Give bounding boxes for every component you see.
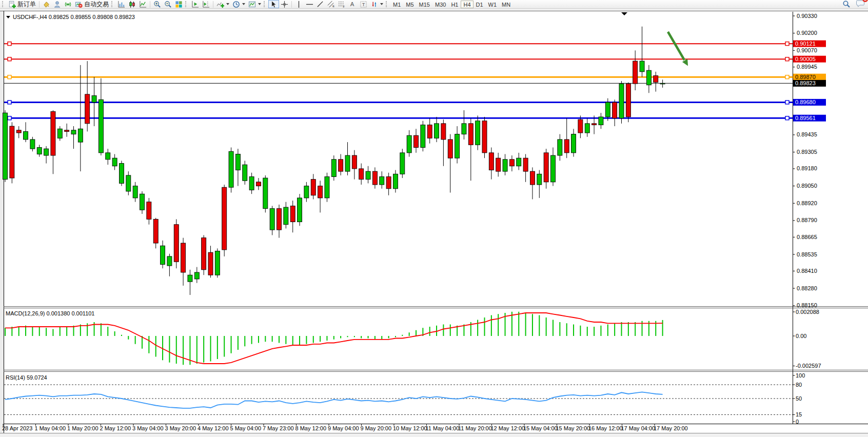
macd-indicator-label: MACD(12,26,9) 0.001380 0.001101 xyxy=(6,310,94,316)
periods-caret xyxy=(242,3,245,5)
toolbar-separator xyxy=(291,1,292,8)
chart-symbol-period: USDCHF-,H4 xyxy=(13,14,47,20)
trendline-icon xyxy=(317,1,324,8)
fibonacci-button[interactable]: F xyxy=(337,0,347,8)
svg-text:0.89870: 0.89870 xyxy=(795,74,816,80)
zoom-out-icon xyxy=(164,1,172,8)
toolbar-separator xyxy=(39,1,40,8)
auto-trading-label: 自动交易 xyxy=(84,0,109,9)
zoom-out-button[interactable] xyxy=(163,0,173,8)
svg-text:100: 100 xyxy=(796,372,805,379)
timeframe-button-D1[interactable]: D1 xyxy=(474,1,486,8)
chart-canvas[interactable]: 0.903300.902000.900700.899450.894350.893… xyxy=(0,11,868,437)
svg-text:0.00: 0.00 xyxy=(796,333,806,339)
timeframe-button-M30[interactable]: M30 xyxy=(432,1,448,8)
svg-text:0.90330: 0.90330 xyxy=(797,13,817,19)
svg-text:4 May 12:00: 4 May 12:00 xyxy=(198,425,229,431)
indicators-button[interactable] xyxy=(215,0,231,8)
chart-candles-button[interactable] xyxy=(127,0,137,8)
svg-text:0.002088: 0.002088 xyxy=(796,309,819,315)
svg-text:5 May 04:00: 5 May 04:00 xyxy=(230,425,262,431)
template-icon xyxy=(248,1,256,8)
timeframe-button-W1[interactable]: W1 xyxy=(486,1,500,8)
svg-text:0: 0 xyxy=(796,419,799,425)
periods-button[interactable] xyxy=(231,0,247,8)
arrows-button[interactable] xyxy=(369,0,385,8)
tile-windows-button[interactable] xyxy=(173,0,184,8)
indicators-caret xyxy=(226,3,229,5)
svg-text:-0.002597: -0.002597 xyxy=(796,363,821,369)
auto-trading-icon xyxy=(75,1,83,8)
timeframe-button-M5[interactable]: M5 xyxy=(403,1,416,8)
chart-shift-button[interactable] xyxy=(201,0,211,8)
chart-bars-button[interactable] xyxy=(116,0,127,8)
text-button[interactable]: A xyxy=(347,0,358,8)
chart-menu-triangle-icon[interactable] xyxy=(6,16,10,18)
main-toolbar: 新订单 自动交易 E F A T M1M5M15M30H1H4D1W1MN 1 xyxy=(0,0,868,9)
toolbar-drag-handle[interactable] xyxy=(2,1,5,7)
svg-text:0.88410: 0.88410 xyxy=(797,268,817,274)
toolbar-drag-handle[interactable] xyxy=(185,1,188,7)
svg-text:0.90005: 0.90005 xyxy=(795,56,816,62)
svg-text:12 May 12:00: 12 May 12:00 xyxy=(491,425,525,431)
svg-text:80: 80 xyxy=(796,382,802,388)
timeframe-button-H1[interactable]: H1 xyxy=(448,1,461,8)
toolbar-drag-handle[interactable] xyxy=(264,1,267,7)
toolbar-drag-handle[interactable] xyxy=(111,1,114,7)
profile-button[interactable] xyxy=(52,0,63,8)
horizontal-line-button[interactable] xyxy=(304,0,315,8)
auto-scroll-button[interactable] xyxy=(190,0,201,8)
auto-trading-button[interactable]: 自动交易 xyxy=(73,0,110,8)
search-button[interactable] xyxy=(841,0,852,8)
zoom-in-button[interactable] xyxy=(152,0,163,8)
svg-text:0.89435: 0.89435 xyxy=(797,131,817,137)
crosshair-button[interactable] xyxy=(279,0,290,8)
svg-text:0.88665: 0.88665 xyxy=(797,234,817,240)
templates-button[interactable] xyxy=(247,0,263,8)
svg-text:0.88150: 0.88150 xyxy=(797,302,817,308)
vertical-line-button[interactable] xyxy=(293,0,304,8)
timeframe-button-M15[interactable]: M15 xyxy=(417,1,432,8)
toolbar-drag-handle[interactable] xyxy=(386,1,389,7)
timeframe-button-H4[interactable]: H4 xyxy=(461,1,473,8)
svg-text:0.89180: 0.89180 xyxy=(797,165,817,171)
new-order-button[interactable]: 新订单 xyxy=(7,0,37,8)
toolbar-separator xyxy=(213,1,213,8)
svg-text:8 May 12:00: 8 May 12:00 xyxy=(295,425,327,431)
trendline-button[interactable] xyxy=(315,0,326,8)
signals-button[interactable] xyxy=(63,0,73,8)
svg-text:17 May 04:00: 17 May 04:00 xyxy=(621,425,656,431)
svg-text:0.90121: 0.90121 xyxy=(795,41,816,47)
svg-text:9 May 20:00: 9 May 20:00 xyxy=(361,425,392,431)
arrows-icon xyxy=(370,1,378,8)
price-label-0.90121: 0.90121 xyxy=(793,41,826,47)
svg-text:7 May 23:00: 7 May 23:00 xyxy=(263,425,294,431)
svg-text:0.90200: 0.90200 xyxy=(797,30,817,36)
notifications-button[interactable]: 1 xyxy=(856,0,865,9)
svg-text:10 May 12:00: 10 May 12:00 xyxy=(393,425,427,431)
price-label-0.89680: 0.89680 xyxy=(793,99,826,106)
equidistant-channel-button[interactable]: E xyxy=(326,0,337,8)
fibonacci-icon: F xyxy=(338,1,346,8)
price-label-0.90005: 0.90005 xyxy=(793,56,826,63)
cursor-button[interactable] xyxy=(268,0,279,8)
chart-line-button[interactable] xyxy=(137,0,148,8)
chart-ohlc-values: 0.89825 0.89855 0.89808 0.89823 xyxy=(49,14,135,20)
paint-bucket-button[interactable] xyxy=(41,0,52,8)
svg-text:0.89561: 0.89561 xyxy=(795,115,816,121)
timeframe-group: M1M5M15M30H1H4D1W1MN xyxy=(390,1,513,8)
timeframe-button-MN[interactable]: MN xyxy=(499,1,513,8)
svg-text:50: 50 xyxy=(796,395,802,402)
profile-icon xyxy=(53,1,61,8)
crosshair-icon xyxy=(281,1,288,8)
new-order-label: 新订单 xyxy=(17,0,36,9)
text-label-button[interactable]: T xyxy=(358,0,369,8)
timeframe-button-M1[interactable]: M1 xyxy=(390,1,403,8)
text-label-icon: T xyxy=(360,1,367,8)
svg-text:11 May 04:00: 11 May 04:00 xyxy=(426,425,460,431)
macd-values: 0.001380 0.001101 xyxy=(46,310,94,316)
paint-bucket-icon xyxy=(43,1,50,8)
svg-text:28 Apr 2023: 28 Apr 2023 xyxy=(2,425,32,431)
chart-title[interactable]: USDCHF-,H4 0.89825 0.89855 0.89808 0.898… xyxy=(6,14,135,20)
horizontal-line-icon xyxy=(306,1,313,8)
